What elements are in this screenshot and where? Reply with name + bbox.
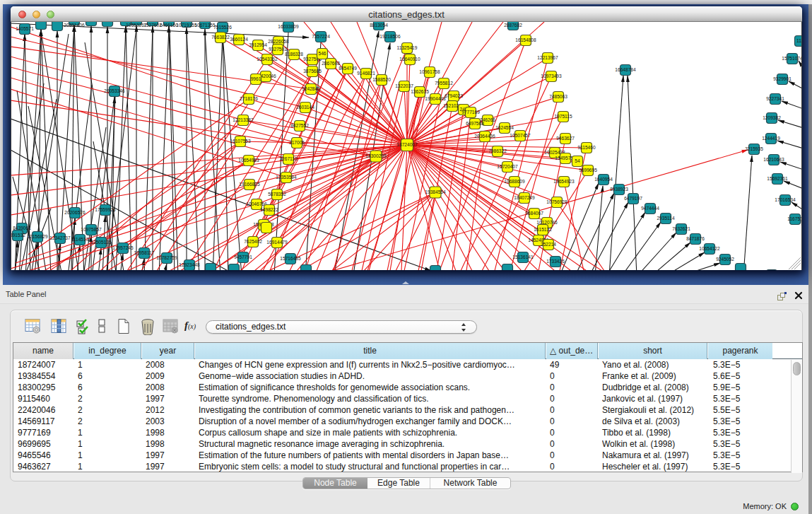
svg-text:1498222: 1498222 (260, 207, 278, 212)
svg-text:3215935: 3215935 (745, 146, 763, 151)
svg-text:3660124: 3660124 (230, 37, 248, 42)
svg-text:19166825: 19166825 (239, 182, 260, 187)
svg-text:10975857: 10975857 (81, 227, 102, 232)
svg-text:3267110: 3267110 (279, 156, 298, 161)
svg-text:1209382: 1209382 (763, 115, 781, 120)
svg-text:116753: 116753 (787, 216, 801, 221)
svg-text:9115460: 9115460 (577, 145, 596, 150)
svg-text:1640954: 1640954 (594, 177, 613, 182)
svg-text:10654983: 10654983 (238, 158, 259, 163)
svg-text:16914479: 16914479 (266, 240, 288, 245)
svg-text:19904448: 19904448 (425, 96, 446, 101)
svg-text:6794023: 6794023 (445, 93, 463, 98)
svg-text:2603144: 2603144 (296, 105, 314, 110)
svg-text:10688609: 10688609 (504, 179, 525, 184)
svg-text:8454749: 8454749 (339, 66, 357, 71)
svg-text:7357224: 7357224 (312, 34, 330, 39)
svg-text:15692361: 15692361 (767, 176, 788, 181)
svg-text:546: 546 (318, 51, 326, 56)
svg-text:2887682: 2887682 (504, 23, 522, 28)
svg-text:6497568: 6497568 (466, 121, 484, 126)
svg-text:16640910: 16640910 (399, 57, 420, 62)
svg-text:20206576: 20206576 (64, 210, 86, 215)
svg-text:1975115: 1975115 (554, 114, 572, 119)
svg-text:1114513: 1114513 (71, 237, 89, 242)
svg-text:12923448: 12923448 (179, 262, 200, 267)
svg-text:20691406: 20691406 (64, 23, 85, 28)
svg-text:12342737: 12342737 (49, 235, 71, 240)
svg-text:10756928: 10756928 (546, 199, 567, 204)
svg-text:6479197: 6479197 (624, 196, 642, 201)
svg-text:1624554: 1624554 (495, 125, 514, 130)
svg-text:6466160: 6466160 (160, 23, 178, 28)
svg-text:18407249: 18407249 (514, 195, 535, 200)
svg-text:16648784: 16648784 (615, 67, 636, 72)
svg-text:9329901: 9329901 (773, 76, 792, 81)
svg-text:19384554: 19384554 (425, 189, 446, 194)
svg-text:16210643: 16210643 (763, 157, 784, 162)
svg-text:7955812: 7955812 (435, 81, 453, 86)
svg-text:54: 54 (575, 158, 580, 163)
svg-text:17016534: 17016534 (775, 197, 796, 202)
svg-text:9245052: 9245052 (716, 257, 734, 262)
svg-text:3912954: 3912954 (249, 42, 267, 47)
svg-text:16782759: 16782759 (156, 255, 177, 260)
svg-text:317006: 317006 (289, 140, 305, 145)
svg-text:15136141: 15136141 (512, 255, 534, 259)
svg-text:15751074: 15751074 (782, 56, 801, 61)
svg-text:10958117: 10958117 (134, 250, 155, 255)
svg-text:16107553: 16107553 (230, 139, 251, 144)
svg-text:26053346: 26053346 (104, 88, 125, 93)
svg-text:19654923: 19654923 (553, 179, 575, 184)
svg-text:8471876: 8471876 (686, 236, 705, 241)
svg-text:28226058: 28226058 (268, 39, 289, 44)
svg-text:19218506: 19218506 (379, 34, 401, 39)
svg-text:9146821: 9146821 (357, 71, 375, 76)
svg-text:7625402: 7625402 (244, 239, 262, 244)
svg-text:10543362: 10543362 (257, 57, 278, 62)
svg-text:2935114: 2935114 (657, 216, 675, 221)
svg-text:7986322: 7986322 (488, 148, 507, 153)
svg-text:16033809: 16033809 (278, 24, 299, 29)
svg-text:10507457: 10507457 (510, 133, 531, 138)
svg-text:9961: 9961 (251, 76, 261, 81)
svg-text:8938923: 8938923 (610, 187, 628, 192)
svg-text:17559926: 17559926 (95, 207, 116, 212)
svg-text:12505135: 12505135 (90, 240, 112, 245)
svg-text:10973493: 10973493 (541, 74, 562, 78)
svg-text:9227341: 9227341 (766, 96, 784, 101)
svg-text:1405571: 1405571 (16, 26, 34, 31)
svg-text:3875685: 3875685 (303, 69, 322, 74)
svg-text:2718176: 2718176 (240, 96, 258, 101)
svg-text:7663822: 7663822 (211, 35, 230, 40)
svg-text:15720407: 15720407 (497, 164, 518, 169)
svg-text:111: 111 (796, 38, 801, 43)
svg-text:10961758: 10961758 (419, 69, 440, 74)
svg-text:7485063: 7485063 (549, 94, 567, 99)
svg-text:9457791: 9457791 (234, 255, 252, 259)
svg-text:252214: 252214 (541, 242, 556, 247)
svg-text:9684067: 9684067 (525, 211, 543, 216)
svg-text:1362615: 1362615 (411, 89, 429, 94)
svg-text:16154808: 16154808 (515, 37, 536, 42)
svg-text:1244419: 1244419 (762, 136, 780, 141)
svg-text:1588520: 1588520 (372, 77, 391, 82)
svg-text:12156829: 12156829 (27, 234, 48, 239)
svg-text:2867608: 2867608 (322, 61, 340, 66)
svg-text:20364436: 20364436 (474, 134, 495, 139)
svg-text:391532: 391532 (11, 233, 25, 238)
svg-text:18300295: 18300295 (365, 153, 387, 158)
svg-text:17957245: 17957245 (112, 245, 134, 250)
svg-text:7632621: 7632621 (672, 226, 690, 231)
svg-text:8813054: 8813054 (370, 23, 388, 28)
svg-text:1322037: 1322037 (395, 83, 413, 88)
svg-text:9327503: 9327503 (269, 47, 287, 52)
svg-text:10671355: 10671355 (194, 23, 216, 28)
svg-text:8186328: 8186328 (285, 52, 303, 57)
svg-text:9777169: 9777169 (461, 110, 480, 115)
svg-text:12213382: 12213382 (233, 117, 254, 122)
svg-text:7515526: 7515526 (213, 25, 232, 30)
svg-text:1615132: 1615132 (534, 227, 552, 232)
svg-text:9699695: 9699695 (579, 168, 597, 173)
svg-text:9474444: 9474444 (641, 206, 659, 211)
